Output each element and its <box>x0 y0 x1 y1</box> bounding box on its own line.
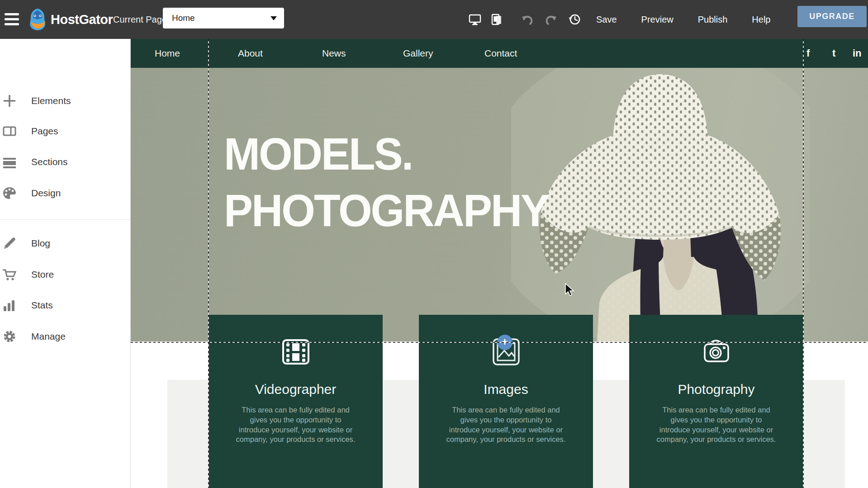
site-nav-home[interactable]: Home <box>155 39 180 68</box>
sidebar-item-label: Elements <box>31 95 71 106</box>
sidebar-item-label: Pages <box>31 126 58 137</box>
card-title: Images <box>419 382 593 397</box>
sidebar-item-pages[interactable]: Pages <box>0 118 130 144</box>
brand-text: HostGator <box>51 12 113 27</box>
pencil-icon <box>2 236 17 251</box>
card-body: This area can be fully edited and gives … <box>446 405 567 445</box>
current-page-label: Current Page: <box>113 0 170 39</box>
section-boundary-left <box>208 39 209 488</box>
preview-button[interactable]: Preview <box>641 14 674 25</box>
hero-title[interactable]: MODELS. PHOTOGRAPHY <box>224 126 548 239</box>
sidebar-item-label: Stats <box>31 300 53 311</box>
desktop-view-icon[interactable] <box>469 13 481 26</box>
sidebar-item-label: Sections <box>31 156 68 167</box>
site-editor-canvas: Home About News Gallery Contact f t in <box>131 39 868 488</box>
page-select-dropdown[interactable]: Home <box>163 8 284 28</box>
menu-hamburger-icon[interactable] <box>5 11 22 28</box>
site-nav-contact[interactable]: Contact <box>484 39 517 68</box>
sidebar-item-design[interactable]: Design <box>0 180 130 206</box>
sidebar-item-elements[interactable]: Elements <box>0 88 130 114</box>
sidebar-item-label: Store <box>31 269 54 280</box>
sidebar-divider <box>0 219 130 220</box>
hostgator-gator-icon <box>27 8 48 31</box>
hostgator-logo: HostGator <box>27 7 113 32</box>
sidebar-item-sections[interactable]: Sections <box>0 149 130 175</box>
sections-icon <box>2 155 17 169</box>
site-nav-news[interactable]: News <box>322 39 346 68</box>
plus-icon <box>2 94 17 108</box>
sidebar-item-stats[interactable]: Stats <box>0 293 130 318</box>
chevron-down-icon <box>270 16 277 20</box>
card-body: This area can be fully edited and gives … <box>235 405 356 445</box>
gear-icon <box>2 329 17 344</box>
undo-icon[interactable] <box>521 13 534 26</box>
editor-sidebar: Elements Pages Sections Design Blog <box>0 39 131 488</box>
site-navbar: Home About News Gallery Contact f t in <box>131 39 868 68</box>
sidebar-item-store[interactable]: Store <box>0 262 130 287</box>
bar-chart-icon <box>2 298 17 313</box>
pages-icon <box>2 124 17 138</box>
editor-topbar: HostGator Current Page: Home <box>0 0 868 39</box>
facebook-icon[interactable]: f <box>806 39 810 68</box>
site-nav-about[interactable]: About <box>238 39 263 68</box>
section-boundary-right <box>803 39 804 488</box>
feature-card-videographer[interactable]: Videographer This area can be fully edit… <box>209 315 383 488</box>
feature-card-images[interactable]: + Images This area can be fully edited a… <box>419 315 593 488</box>
publish-button[interactable]: Publish <box>698 14 728 25</box>
sidebar-item-label: Design <box>31 188 61 199</box>
card-title: Photography <box>629 382 803 397</box>
mobile-view-icon[interactable] <box>490 13 503 26</box>
section-boundary-bottom <box>131 342 868 343</box>
card-title: Videographer <box>209 382 383 397</box>
hero-model-image <box>511 68 810 341</box>
sidebar-item-label: Manage <box>31 331 66 342</box>
site-nav-gallery[interactable]: Gallery <box>403 39 433 68</box>
history-icon[interactable] <box>568 13 581 26</box>
upgrade-button[interactable]: UPGRADE <box>797 6 867 27</box>
hero-section[interactable]: MODELS. PHOTOGRAPHY <box>131 68 868 341</box>
feature-card-photography[interactable]: Photography This area can be fully edite… <box>629 315 803 488</box>
mouse-cursor <box>564 283 576 297</box>
cart-icon <box>2 267 17 282</box>
save-button[interactable]: Save <box>596 14 617 25</box>
card-body: This area can be fully edited and gives … <box>656 405 777 445</box>
sidebar-item-manage[interactable]: Manage <box>0 324 130 349</box>
twitter-icon[interactable]: t <box>832 39 835 68</box>
help-button[interactable]: Help <box>752 14 770 25</box>
palette-icon <box>2 186 17 200</box>
sidebar-item-label: Blog <box>31 238 50 249</box>
page-select-value: Home <box>172 13 270 23</box>
hero-title-line1: MODELS. <box>224 126 548 182</box>
sidebar-item-blog[interactable]: Blog <box>0 231 130 256</box>
hero-title-line2: PHOTOGRAPHY <box>224 182 548 239</box>
redo-icon[interactable] <box>545 13 557 26</box>
linkedin-icon[interactable]: in <box>853 39 862 68</box>
